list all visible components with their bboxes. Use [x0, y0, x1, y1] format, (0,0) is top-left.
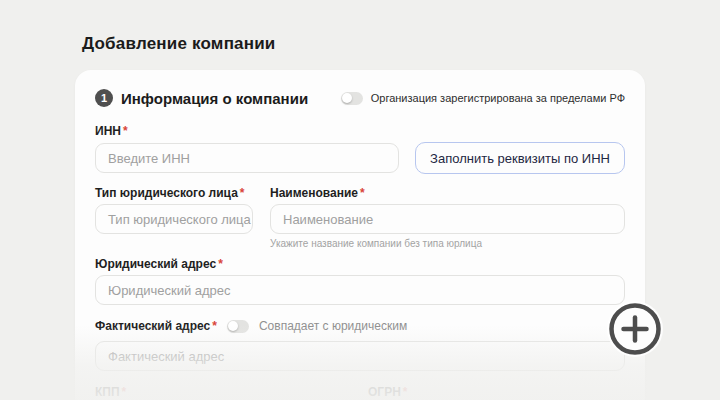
legal-entity-type-select[interactable]: Тип юридического лица	[95, 204, 253, 234]
legal-entity-type-label: Тип юридического лица*	[95, 186, 253, 200]
company-info-card: 1 Информация о компании Организация заре…	[75, 70, 645, 400]
ogrn-label: ОГРН*	[368, 385, 625, 399]
company-name-field: Наименование* Укажите название компании …	[270, 186, 625, 249]
kpp-ogrn-row: КПП* ОГРН*	[95, 385, 625, 400]
foreign-registration-row: Организация зарегистрирована за пределам…	[341, 92, 625, 105]
inn-label: ИНН*	[95, 124, 625, 138]
required-marker: *	[403, 385, 408, 399]
page-title: Добавление компании	[82, 34, 276, 54]
kpp-field: КПП*	[95, 385, 352, 400]
legal-address-label: Юридический адрес*	[95, 257, 625, 271]
required-marker: *	[360, 186, 365, 200]
section-header: 1 Информация о компании Организация заре…	[95, 88, 625, 108]
type-and-name-row: Тип юридического лица* Тип юридического …	[95, 186, 625, 249]
legal-entity-type-select-placeholder: Тип юридического лица	[108, 212, 251, 227]
required-marker: *	[123, 124, 128, 138]
same-as-legal-toggle[interactable]	[227, 320, 249, 333]
legal-entity-type-field: Тип юридического лица* Тип юридического …	[95, 186, 253, 249]
same-as-legal-toggle-label: Совпадает с юридическим	[259, 319, 407, 333]
required-marker: *	[240, 186, 245, 200]
kpp-label: КПП*	[95, 385, 352, 399]
ogrn-field: ОГРН*	[368, 385, 625, 400]
section-title: Информация о компании	[121, 90, 308, 107]
inn-input[interactable]	[95, 143, 399, 173]
section-header-left: 1 Информация о компании	[95, 89, 308, 107]
actual-address-header-row: Фактический адрес* Совпадает с юридическ…	[95, 319, 625, 333]
company-name-label: Наименование*	[270, 186, 625, 200]
actual-address-input[interactable]	[95, 341, 625, 371]
step-number-badge: 1	[95, 89, 113, 107]
foreign-registration-toggle[interactable]	[341, 92, 363, 105]
company-name-input[interactable]	[270, 204, 625, 234]
fill-by-inn-button[interactable]: Заполнить реквизиты по ИНН	[415, 142, 625, 174]
required-marker: *	[212, 319, 217, 333]
add-button[interactable]	[605, 299, 665, 359]
actual-address-label: Фактический адрес*	[95, 319, 217, 333]
company-name-hint: Укажите название компании без типа юрлиц…	[270, 238, 625, 249]
inn-row: Заполнить реквизиты по ИНН	[95, 142, 625, 174]
required-marker: *	[122, 385, 127, 399]
foreign-registration-toggle-label: Организация зарегистрирована за пределам…	[371, 92, 625, 104]
legal-address-input[interactable]	[95, 275, 625, 305]
plus-icon	[605, 299, 665, 359]
required-marker: *	[218, 257, 223, 271]
